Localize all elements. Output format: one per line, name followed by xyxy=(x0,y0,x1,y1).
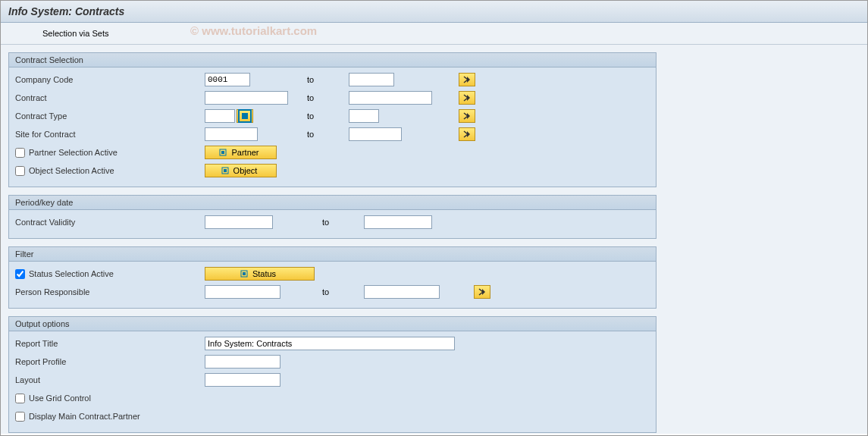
site-to-input[interactable] xyxy=(349,127,402,141)
contract-from-input[interactable] xyxy=(205,91,288,105)
company-code-from-input[interactable] xyxy=(205,73,250,86)
svg-rect-15 xyxy=(243,272,246,275)
contract-type-from-input[interactable] xyxy=(205,109,235,123)
label-grid-control: Use Grid Control xyxy=(29,394,91,403)
layout-input[interactable] xyxy=(205,373,280,387)
groupbox-filter: Filter Status Selection Active Status Pe… xyxy=(8,246,656,309)
svg-rect-11 xyxy=(221,151,224,154)
arrow-right-icon[interactable] xyxy=(474,285,490,299)
label-company-code: Company Code xyxy=(15,75,205,84)
svg-rect-9 xyxy=(242,113,248,119)
status-selection-checkbox[interactable] xyxy=(15,269,25,279)
contract-type-to-input[interactable] xyxy=(349,109,379,123)
watermark: © www.tutorialkart.com xyxy=(190,24,317,37)
status-button-label: Status xyxy=(252,269,276,278)
label-site: Site for Contract xyxy=(15,130,205,139)
validity-from-input[interactable] xyxy=(205,215,273,229)
label-to: to xyxy=(303,130,349,139)
person-responsible-to-input[interactable] xyxy=(364,285,440,299)
label-to: to xyxy=(303,75,349,84)
label-to: to xyxy=(318,287,364,296)
label-to: to xyxy=(318,218,364,227)
arrow-right-icon[interactable] xyxy=(459,73,475,86)
label-contract-validity: Contract Validity xyxy=(15,218,205,227)
main-partner-checkbox[interactable] xyxy=(15,412,25,422)
partner-button[interactable]: Partner xyxy=(205,146,277,159)
partner-button-label: Partner xyxy=(231,148,259,157)
arrow-right-icon[interactable] xyxy=(459,91,475,105)
grid-control-checkbox[interactable] xyxy=(15,394,25,403)
label-main-partner: Display Main Contract.Partner xyxy=(29,412,140,421)
label-contract: Contract xyxy=(15,93,205,102)
label-to: to xyxy=(303,111,349,121)
label-person-responsible: Person Responsible xyxy=(15,287,205,296)
report-profile-input[interactable] xyxy=(205,355,280,369)
groupbox-output: Output options Report Title Report Profi… xyxy=(8,316,656,433)
content-area: Contract Selection Company Code to Contr… xyxy=(1,45,867,434)
partner-selection-checkbox[interactable] xyxy=(15,148,25,158)
label-report-profile: Report Profile xyxy=(15,357,205,366)
label-report-title: Report Title xyxy=(15,339,205,348)
object-button[interactable]: Object xyxy=(205,164,277,177)
groupbox-title: Period/key date xyxy=(9,196,656,210)
person-responsible-from-input[interactable] xyxy=(205,285,280,299)
filter-sets-button[interactable] xyxy=(22,27,30,39)
groupbox-period: Period/key date Contract Validity to xyxy=(8,195,656,239)
object-selection-checkbox[interactable] xyxy=(15,166,25,176)
label-contract-type: Contract Type xyxy=(15,111,205,121)
execute-button[interactable] xyxy=(8,27,16,39)
search-help-icon[interactable] xyxy=(237,109,253,123)
validity-to-input[interactable] xyxy=(364,215,432,229)
status-button[interactable]: Status xyxy=(205,267,315,281)
contract-to-input[interactable] xyxy=(349,91,432,105)
object-button-label: Object xyxy=(233,166,258,175)
svg-rect-13 xyxy=(224,169,227,172)
label-to: to xyxy=(303,93,349,102)
groupbox-contract-selection: Contract Selection Company Code to Contr… xyxy=(8,52,656,187)
toolbar: Selection via Sets © www.tutorialkart.co… xyxy=(1,23,867,45)
label-object-selection: Object Selection Active xyxy=(29,166,114,175)
groupbox-title: Contract Selection xyxy=(9,53,656,67)
groupbox-title: Output options xyxy=(9,317,656,331)
label-layout: Layout xyxy=(15,375,205,384)
company-code-to-input[interactable] xyxy=(349,73,394,86)
label-status-selection: Status Selection Active xyxy=(29,269,114,278)
site-from-input[interactable] xyxy=(205,127,258,141)
page-title: Info System: Contracts xyxy=(1,1,867,23)
label-partner-selection: Partner Selection Active xyxy=(29,148,118,157)
selection-via-sets-button[interactable]: Selection via Sets xyxy=(36,27,112,39)
selection-via-sets-label: Selection via Sets xyxy=(42,29,108,38)
arrow-right-icon[interactable] xyxy=(459,127,475,141)
groupbox-title: Filter xyxy=(9,247,656,262)
arrow-right-icon[interactable] xyxy=(459,109,475,123)
report-title-input[interactable] xyxy=(205,337,455,350)
